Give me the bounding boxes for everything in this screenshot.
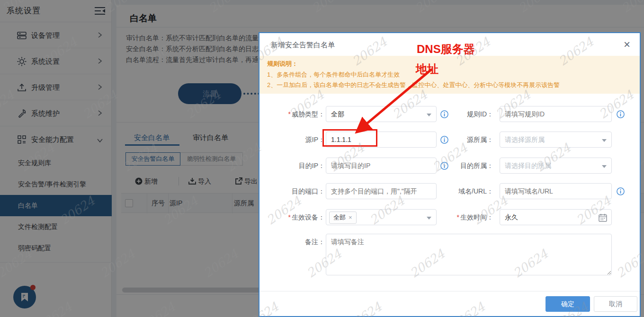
dst-group-select[interactable]: 请选择目的所属 bbox=[500, 158, 612, 174]
src-group-select[interactable]: 请选择源所属 bbox=[500, 132, 612, 148]
annotation-text-dns-server: DNS服务器 bbox=[417, 42, 475, 57]
threat-type-label: 威胁类型： bbox=[264, 106, 325, 122]
notice-line-2: 2、一旦加白后，该白名单命中的日志不会生成告警，监控中心、处置中心、分析中心等模… bbox=[267, 81, 560, 89]
divider bbox=[259, 291, 640, 291]
time-value: 永久 bbox=[505, 213, 518, 221]
device-label: 生效设备： bbox=[264, 209, 325, 225]
dst-ip-input[interactable] bbox=[326, 158, 437, 174]
notice-heading: 规则说明： bbox=[267, 60, 298, 68]
info-icon[interactable] bbox=[617, 110, 625, 118]
time-picker[interactable]: 永久 bbox=[500, 209, 612, 225]
dialog-title: 新增安全告警白名单 bbox=[271, 41, 335, 50]
rule-id-label: 规则ID： bbox=[430, 106, 493, 122]
form-row-2: 源IP： 源所属： 请选择源所属 bbox=[259, 132, 640, 149]
info-icon[interactable] bbox=[617, 187, 625, 195]
notice-line-1: 1、多条件组合，每个条件都命中后白名单才生效 bbox=[267, 70, 400, 79]
form-row-1: 威胁类型： 全部 规则ID： bbox=[259, 106, 640, 123]
add-whitelist-dialog: 新增安全告警白名单 × 规则说明： 1、多条件组合，每个条件都命中后白名单才生效… bbox=[259, 32, 641, 317]
threat-type-select[interactable]: 全部 bbox=[326, 106, 437, 122]
device-select[interactable]: 全部× bbox=[326, 209, 437, 225]
domain-label: 域名/URL： bbox=[430, 183, 493, 199]
remark-textarea[interactable] bbox=[326, 234, 612, 275]
threat-type-value: 全部 bbox=[331, 110, 344, 118]
form-row-3: 目的IP： 目的所属： 请选择目的所属 bbox=[259, 158, 640, 175]
dst-ip-label: 目的IP： bbox=[264, 158, 325, 174]
dst-group-label: 目的所属： bbox=[430, 158, 493, 174]
form-row-4: 目的端口： 域名/URL： bbox=[259, 183, 640, 200]
calendar-icon bbox=[599, 213, 607, 222]
remark-label: 备注： bbox=[264, 234, 325, 250]
time-label: 生效时间： bbox=[430, 209, 493, 225]
remove-tag-icon[interactable]: × bbox=[349, 214, 352, 221]
src-group-label: 源所属： bbox=[430, 132, 493, 148]
dst-port-label: 目的端口： bbox=[264, 183, 325, 199]
device-tag[interactable]: 全部× bbox=[329, 211, 357, 224]
src-ip-input[interactable] bbox=[326, 132, 437, 148]
form-row-6: 备注： bbox=[259, 234, 640, 276]
device-tag-label: 全部 bbox=[333, 214, 346, 221]
src-group-placeholder: 请选择源所属 bbox=[505, 136, 545, 143]
rule-notice-box: 规则说明： 1、多条件组合，每个条件都命中后白名单才生效 2、一旦加白后，该白名… bbox=[259, 56, 640, 94]
form-row-5: 生效设备： 全部× 生效时间： 永久 bbox=[259, 209, 640, 226]
chevron-down-icon bbox=[602, 139, 607, 142]
cancel-button[interactable]: 取消 bbox=[594, 296, 637, 312]
dst-port-input[interactable] bbox=[326, 183, 437, 199]
close-icon[interactable]: × bbox=[624, 38, 630, 51]
chevron-down-icon bbox=[602, 165, 607, 168]
screen: 系统设置 设备管理 bbox=[0, 0, 644, 317]
src-ip-label: 源IP： bbox=[264, 132, 325, 148]
domain-input[interactable] bbox=[500, 183, 612, 199]
dst-group-placeholder: 请选择目的所属 bbox=[505, 162, 551, 169]
annotation-text-address: 地址 bbox=[416, 62, 438, 77]
rule-id-input[interactable] bbox=[500, 106, 612, 122]
confirm-button[interactable]: 确定 bbox=[546, 296, 590, 312]
